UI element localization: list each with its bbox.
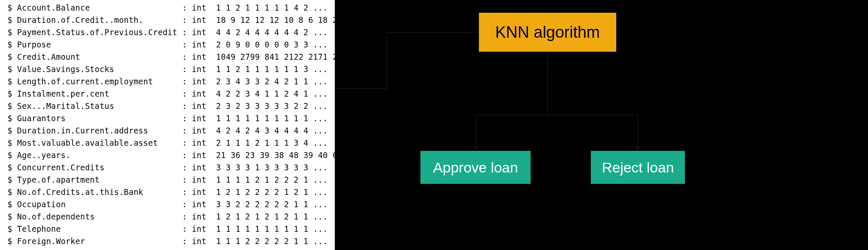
box-approve-loan: Approve loan <box>420 151 531 184</box>
edge-to-approve <box>476 114 476 148</box>
box-approve-label: Approve loan <box>433 159 518 176</box>
edge-knn-stem <box>547 52 548 115</box>
box-knn-label: KNN algorithm <box>495 23 600 42</box>
arrowhead-reject <box>635 147 640 151</box>
box-knn-root: KNN algorithm <box>479 13 616 52</box>
box-reject-label: Reject loan <box>602 159 674 176</box>
canvas: $ Account.Balance : int 1 1 2 1 1 1 1 1 … <box>0 0 868 250</box>
edge-input-to-knn-h2 <box>387 32 479 33</box>
edge-input-to-knn-v <box>387 32 387 89</box>
box-reject-loan: Reject loan <box>591 151 685 184</box>
console-output: $ Account.Balance : int 1 1 2 1 1 1 1 1 … <box>0 0 335 250</box>
edge-to-reject <box>637 114 638 148</box>
edge-input-to-knn-h1 <box>336 88 387 89</box>
arrowhead-approve <box>473 147 478 151</box>
edge-split-bar <box>476 114 637 115</box>
